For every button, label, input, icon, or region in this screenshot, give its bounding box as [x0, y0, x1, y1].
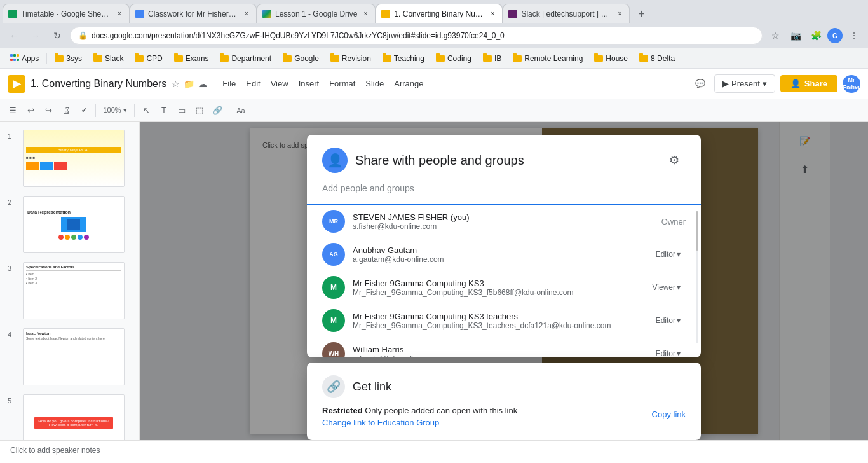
tab-label-slides: 1. Converting Binary Numbers ... — [394, 10, 484, 18]
comments-button[interactable]: 💬 — [691, 75, 709, 93]
bookmark-exams[interactable]: Exams — [169, 52, 214, 66]
person-role-mr-fisher-9gamma[interactable]: Viewer ▾ — [648, 280, 686, 294]
menu-view[interactable]: View — [266, 76, 294, 91]
folder-icon-teaching — [383, 55, 391, 62]
copy-link-button[interactable]: Copy link — [652, 406, 686, 423]
forward-button[interactable]: → — [27, 27, 44, 45]
tab-close-timetable[interactable]: × — [115, 10, 124, 18]
slide-preview-2: Data Representation — [23, 196, 125, 253]
folder-icon-remote-learning — [513, 55, 522, 62]
toolbar-image-btn[interactable]: ▭ — [174, 103, 189, 118]
tab-close-slides[interactable]: × — [488, 10, 497, 18]
bookmark-google[interactable]: Google — [278, 52, 324, 66]
toolbar-print-btn[interactable]: 🖨 — [58, 103, 74, 118]
tab-close-drive[interactable]: × — [361, 10, 370, 18]
toolbar-undo-btn[interactable]: ↩ — [23, 103, 38, 118]
back-button[interactable]: ← — [5, 27, 23, 45]
person-name-steven: STEVEN JAMES FISHER (you) — [353, 212, 654, 222]
slide-preview-4: Isaac Newton Some text about Isaac Newto… — [23, 328, 125, 385]
menu-format[interactable]: Format — [324, 76, 360, 91]
bookmark-cpd[interactable]: CPD — [130, 52, 167, 66]
menu-arrange[interactable]: Arrange — [389, 76, 428, 91]
slide-panel: 1 Binary Ninja ROAL ■ ■ ■ — [0, 122, 140, 440]
menu-edit[interactable]: Edit — [241, 76, 265, 91]
folder-icon-ib — [483, 55, 492, 62]
slides-actions: 💬 ▶ Present ▾ 👤 Share MrFisher — [691, 74, 860, 93]
bookmark-slack[interactable]: Slack — [88, 52, 128, 66]
folder-move-icon[interactable]: 📁 — [184, 79, 194, 89]
bookmark-coding[interactable]: Coding — [431, 52, 477, 66]
user-avatar[interactable]: MrFisher — [843, 75, 860, 93]
person-role-mr-fisher-9gamma-teachers[interactable]: Editor ▾ — [651, 314, 686, 328]
folder-icon-8delta — [639, 55, 648, 62]
toolbar-menu-btn[interactable]: ☰ — [5, 103, 20, 118]
person-email-mr-fisher-9gamma-teachers: Mr_Fisher_9Gamma_Computing_KS3_teachers_… — [353, 321, 643, 330]
tab-slides[interactable]: 1. Converting Binary Numbers ... × — [376, 4, 503, 23]
tab-classwork[interactable]: Classwork for Mr Fisher ICT 11... × — [130, 4, 257, 23]
speaker-notes[interactable]: Click to add speaker notes — [0, 440, 868, 463]
tab-google-drive[interactable]: Lesson 1 - Google Drive × — [257, 4, 376, 23]
slide-thumb-5[interactable]: 5 How do you give a computer instruction… — [5, 392, 134, 440]
person-role-william-harris[interactable]: Editor ▾ — [651, 347, 686, 357]
menu-slide[interactable]: Slide — [360, 76, 389, 91]
bookmark-remote-learning[interactable]: Remote Learning — [508, 52, 588, 66]
person-name-mr-fisher-9gamma: Mr Fisher 9Gamma Computing KS3 — [353, 279, 640, 288]
account-button[interactable]: G — [827, 28, 843, 43]
toolbar-link-btn[interactable]: 🔗 — [210, 103, 225, 118]
bookmark-apps-label: Apps — [22, 54, 39, 63]
bookmark-department[interactable]: Department — [215, 52, 276, 66]
extensions-button[interactable]: 🧩 — [807, 27, 825, 45]
share-button[interactable]: 👤 Share — [780, 75, 837, 92]
slides-title-icons: ☆ 📁 ☁ — [172, 79, 207, 89]
bookmark-revision[interactable]: Revision — [325, 52, 376, 66]
toolbar-text-btn[interactable]: T — [156, 103, 172, 118]
share-settings-button[interactable]: ⚙ — [663, 149, 686, 172]
bookmark-remote-learning-label: Remote Learning — [524, 54, 583, 63]
person-info-william-harris: William Harris w.harris@kdu-online.com — [353, 345, 643, 358]
tab-favicon-slides — [381, 10, 390, 18]
bookmark-house[interactable]: House — [589, 52, 633, 66]
tab-close-classwork[interactable]: × — [242, 10, 251, 18]
tab-slack[interactable]: Slack | edtechsupport | Sri KD... × — [503, 4, 630, 23]
bookmark-ib[interactable]: IB — [478, 52, 506, 66]
restricted-label: Restricted Only people added can open wi… — [322, 406, 652, 415]
star-icon[interactable]: ☆ — [172, 79, 180, 89]
bookmark-8delta[interactable]: 8 Delta — [634, 52, 680, 66]
folder-icon-slack — [93, 55, 102, 62]
slide-num-3: 3 — [8, 262, 18, 272]
toolbar-sep-3 — [229, 104, 229, 117]
url-bar[interactable]: 🔒 docs.google.com/presentation/d/1NX3heG… — [70, 27, 763, 45]
reload-button[interactable]: ↻ — [48, 27, 66, 45]
new-tab-button[interactable]: + — [632, 5, 650, 23]
slide-thumb-4[interactable]: 4 Isaac Newton Some text about Isaac New… — [5, 326, 134, 388]
menu-file[interactable]: File — [217, 76, 241, 91]
person-name-mr-fisher-9gamma-teachers: Mr Fisher 9Gamma Computing KS3 teachers — [353, 312, 643, 321]
cloud-save-icon[interactable]: ☁ — [198, 79, 207, 89]
menu-insert[interactable]: Insert — [294, 76, 325, 91]
toolbar-spell-btn[interactable]: ✔ — [76, 103, 92, 118]
toolbar-cursor-btn[interactable]: ↖ — [139, 103, 154, 118]
slide-thumb-2[interactable]: 2 Data Representation — [5, 193, 134, 256]
bookmark-star-button[interactable]: ☆ — [766, 27, 784, 45]
bookmark-3sys[interactable]: 3sys — [50, 52, 87, 66]
present-icon: ▶ — [722, 79, 729, 88]
screenshot-button[interactable]: 📷 — [787, 27, 804, 45]
change-link-button[interactable]: Change link to Education Group — [322, 418, 439, 427]
tab-close-slack[interactable]: × — [615, 10, 624, 18]
bookmark-teaching[interactable]: Teaching — [377, 52, 430, 66]
folder-icon-coding — [436, 55, 445, 62]
toolbar-shape-btn[interactable]: ⬚ — [192, 103, 207, 118]
present-button[interactable]: ▶ Present ▾ — [714, 74, 775, 93]
tab-timetable[interactable]: Timetable - Google Sheets × — [3, 4, 130, 23]
bookmark-apps[interactable]: Apps — [5, 52, 44, 66]
slide-thumb-1[interactable]: 1 Binary Ninja ROAL ■ ■ ■ — [5, 127, 134, 190]
share-people-input[interactable] — [322, 183, 686, 193]
more-options-button[interactable]: ⋮ — [845, 27, 863, 45]
person-role-anubhav[interactable]: Editor ▾ — [651, 247, 686, 261]
toolbar-zoom-btn[interactable]: 100% ▾ — [100, 103, 130, 118]
avatar-mr-fisher-9gamma-teachers: M — [322, 309, 345, 332]
bookmark-8delta-label: 8 Delta — [651, 54, 675, 63]
slide-thumb-3[interactable]: 3 Specifications and Factors • Item 1• I… — [5, 259, 134, 322]
toolbar-redo-btn[interactable]: ↪ — [41, 103, 56, 118]
toolbar-theme-btn[interactable]: Aa — [233, 103, 248, 118]
